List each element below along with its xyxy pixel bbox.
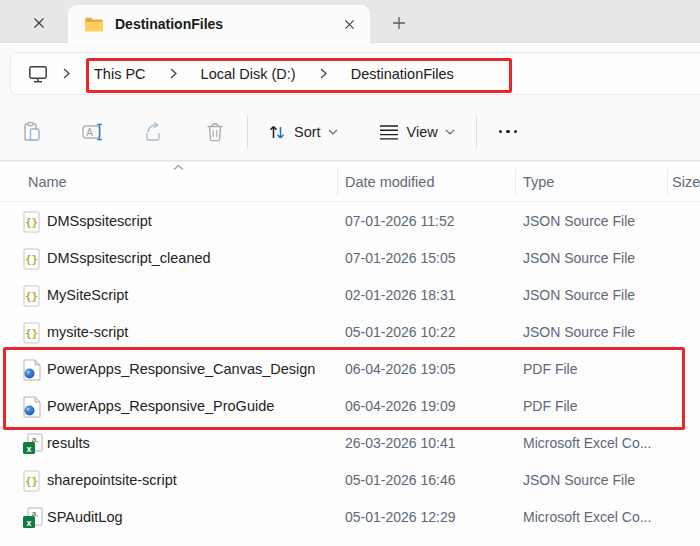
- file-type: PDF File: [523, 388, 577, 425]
- toolbar: A Sort: [0, 103, 700, 161]
- close-icon[interactable]: [28, 12, 50, 34]
- file-name: SPAuditLog: [47, 499, 123, 536]
- file-name: DMSspsitescript_cleaned: [47, 240, 211, 277]
- toolbar-divider: [247, 116, 248, 148]
- column-header-size[interactable]: Size: [672, 174, 700, 190]
- json-file-icon: [22, 322, 42, 344]
- paste-button[interactable]: [12, 114, 52, 150]
- file-row[interactable]: DMSspsitescript 07-01-2026 11:52 JSON So…: [0, 203, 700, 240]
- file-explorer-window: {} a, x: [0, 0, 700, 546]
- breadcrumb-destinationfiles[interactable]: DestinationFiles: [341, 62, 464, 86]
- sort-ascending-caret-icon: [173, 164, 184, 171]
- sort-button[interactable]: Sort: [258, 116, 347, 148]
- rename-button[interactable]: A: [73, 114, 113, 150]
- excel-csv-file-icon: [22, 433, 42, 455]
- address-bar[interactable]: This PC Local Disk (D:) DestinationFiles: [10, 52, 700, 95]
- file-date-modified: 26-03-2026 10:41: [345, 425, 456, 462]
- file-name: results: [47, 425, 90, 462]
- tab-bar: DestinationFiles: [0, 0, 700, 43]
- file-date-modified: 06-04-2026 19:05: [345, 351, 456, 388]
- share-icon: [143, 121, 165, 143]
- chevron-right-icon: [170, 68, 177, 79]
- breadcrumb-this-pc[interactable]: This PC: [84, 62, 156, 86]
- sort-icon: [267, 122, 287, 142]
- file-row[interactable]: results 26-03-2026 10:41 Microsoft Excel…: [0, 425, 700, 462]
- column-divider[interactable]: [667, 169, 668, 196]
- file-name: sharepointsite-script: [47, 462, 177, 499]
- file-type: JSON Source File: [523, 277, 635, 314]
- tab-title: DestinationFiles: [115, 16, 338, 32]
- breadcrumb-local-disk-d[interactable]: Local Disk (D:): [191, 62, 306, 86]
- file-name: DMSspsitescript: [47, 203, 152, 240]
- column-header-row: Name Date modified Type Size: [0, 161, 700, 202]
- json-file-icon: [22, 211, 42, 233]
- json-file-icon: [22, 470, 42, 492]
- file-name: PowerApps_Responsive_ProGuide: [47, 388, 274, 425]
- file-list: DMSspsitescript 07-01-2026 11:52 JSON So…: [0, 202, 700, 546]
- file-type: JSON Source File: [523, 240, 635, 277]
- view-icon: [378, 123, 400, 141]
- file-date-modified: 02-01-2026 18:31: [345, 277, 456, 314]
- file-row[interactable]: mysite-script 05-01-2026 10:22 JSON Sour…: [0, 314, 700, 351]
- more-options-icon: [499, 130, 503, 134]
- file-date-modified: 07-01-2026 11:52: [345, 203, 455, 240]
- plus-icon: [392, 16, 406, 30]
- column-header-type[interactable]: Type: [523, 174, 554, 190]
- paste-icon: [21, 121, 43, 143]
- column-divider[interactable]: [515, 169, 516, 196]
- rename-icon: A: [81, 121, 105, 143]
- file-type: Microsoft Excel Co...: [523, 499, 651, 536]
- new-tab-button[interactable]: [386, 12, 412, 34]
- chevron-down-icon: [445, 129, 455, 135]
- file-type: Microsoft Excel Co...: [523, 425, 651, 462]
- monitor-icon: [27, 63, 49, 85]
- file-row[interactable]: SPAuditLog 05-01-2026 12:29 Microsoft Ex…: [0, 499, 700, 536]
- view-button[interactable]: View: [369, 117, 464, 147]
- json-file-icon: [22, 285, 42, 307]
- delete-icon: [204, 121, 226, 143]
- file-row[interactable]: PowerApps_Responsive_Canvas_Design 06-04…: [0, 351, 700, 388]
- file-date-modified: 06-04-2026 19:09: [345, 388, 456, 425]
- file-date-modified: 05-01-2026 10:22: [345, 314, 456, 351]
- chevron-right-icon: [63, 68, 70, 79]
- chevron-down-icon: [328, 129, 338, 135]
- file-date-modified: 05-01-2026 16:46: [345, 462, 456, 499]
- file-row[interactable]: MySiteScript 02-01-2026 18:31 JSON Sourc…: [0, 277, 700, 314]
- tab-destinationfiles[interactable]: DestinationFiles: [68, 5, 370, 43]
- toolbar-divider: [476, 116, 477, 148]
- column-header-name[interactable]: Name: [28, 174, 67, 190]
- pdf-file-icon: [22, 396, 42, 418]
- file-name: mysite-script: [47, 314, 128, 351]
- folder-icon: [84, 15, 104, 34]
- delete-button[interactable]: [195, 114, 235, 150]
- sort-label: Sort: [294, 124, 321, 140]
- file-row[interactable]: sharepointsite-script 05-01-2026 16:46 J…: [0, 462, 700, 499]
- json-file-icon: [22, 248, 42, 270]
- file-type: JSON Source File: [523, 462, 635, 499]
- file-name: MySiteScript: [47, 277, 128, 314]
- file-type: JSON Source File: [523, 314, 635, 351]
- share-button[interactable]: [134, 114, 174, 150]
- file-row[interactable]: DMSspsitescript_cleaned 07-01-2026 15:05…: [0, 240, 700, 277]
- tab-close-icon[interactable]: [338, 13, 360, 35]
- file-date-modified: 07-01-2026 15:05: [345, 240, 456, 277]
- column-divider[interactable]: [337, 169, 338, 196]
- column-header-date-modified[interactable]: Date modified: [345, 174, 434, 190]
- file-type: JSON Source File: [523, 203, 635, 240]
- file-type: PDF File: [523, 351, 577, 388]
- file-name: PowerApps_Responsive_Canvas_Design: [47, 351, 315, 388]
- excel-csv-file-icon: [22, 507, 42, 529]
- chevron-right-icon: [320, 68, 327, 79]
- view-label: View: [407, 124, 438, 140]
- file-date-modified: 05-01-2026 12:29: [345, 499, 456, 536]
- more-options-button[interactable]: [487, 130, 530, 134]
- file-row[interactable]: PowerApps_Responsive_ProGuide 06-04-2026…: [0, 388, 700, 425]
- address-bar-row: This PC Local Disk (D:) DestinationFiles: [0, 44, 700, 103]
- svg-text:A: A: [86, 126, 93, 137]
- pdf-file-icon: [22, 359, 42, 381]
